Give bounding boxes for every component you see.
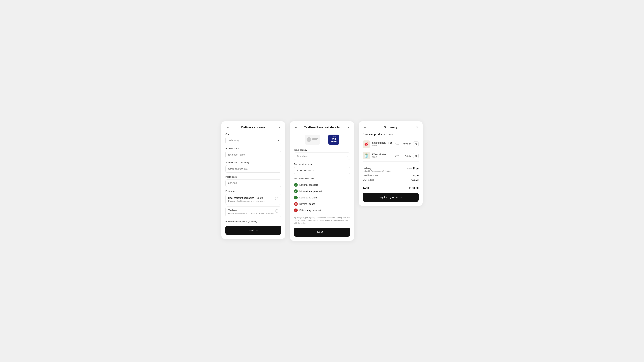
product-price: €9,90 [401, 154, 411, 157]
postal-label: Postal code [226, 176, 281, 178]
panel2-header: ← TaxFree Passport details × [290, 121, 354, 133]
heat-resistant-content: Heat-resistant packaging – €5,00 Packing… [228, 197, 265, 202]
issue-country-select-wrapper: Zimbabwe ▾ [294, 152, 350, 160]
issue-country-label: Issue country [294, 149, 350, 151]
delete-product-button[interactable]: 🗑 [413, 153, 418, 158]
pay-arrow-icon: → [400, 196, 402, 199]
back-icon: ← [226, 126, 229, 129]
product-name: Kökar Mustard [372, 153, 393, 156]
pay-button[interactable]: Pay for my order → [363, 193, 418, 202]
tax-line: TAX [332, 138, 336, 140]
delivery-price-group: €9,9 Free [407, 167, 418, 170]
doc-number-label: Document number [294, 163, 350, 165]
delivery-free-text: Free [413, 167, 418, 170]
heat-resistant-title: Heat-resistant packaging – €5,00 [228, 197, 265, 199]
back-icon-2: ← [295, 126, 298, 129]
vat-price: €26,73 [412, 178, 418, 181]
product-row: 🫙Kökar Mustard300G1×▾€9,90🗑 [363, 150, 418, 162]
shop-tax-free-badge: SHOP TAX FREE [328, 135, 339, 145]
product-price: €176,00 [401, 143, 411, 145]
total-row: Total €190,90 [363, 187, 418, 190]
close-icon-3: × [416, 126, 418, 129]
product-row: 🥩Smoked Bear Fillet400G1×▾€176,00🗑 [363, 138, 418, 150]
doc-name: National passport [299, 184, 318, 186]
taxfree-radio[interactable] [275, 209, 278, 213]
address1-group: Address line 1 [226, 147, 281, 158]
panel1-back-button[interactable]: ← [226, 125, 230, 130]
taxfree-content: TaxFree I'm not EU resident and I want t… [228, 209, 274, 215]
preferences-section: Preferences Heat-resistant packaging – €… [226, 190, 281, 217]
taxfree-card[interactable]: TaxFree I'm not EU resident and I want t… [226, 206, 281, 217]
passport-avatar [306, 137, 311, 142]
total-label: Total [363, 187, 369, 190]
arrow-right-icon: → [323, 138, 326, 141]
consent-text: By filling this, you agree your data to … [294, 216, 350, 225]
heat-resistant-desc: Packing of cold products in special boxe… [228, 200, 265, 202]
cold-box-label: Cold box price [363, 174, 378, 177]
city-select-wrapper: Select city ▾ [226, 137, 281, 144]
panel3-header: ← Summary × [359, 121, 422, 133]
product-qty[interactable]: 1×▾ [395, 155, 399, 157]
product-info: Smoked Bear Fillet400G [372, 141, 393, 147]
close-icon: × [279, 126, 281, 129]
passport-lines [312, 138, 318, 141]
back-icon-3: ← [364, 126, 366, 129]
product-image: 🥩 [363, 140, 370, 148]
panel3-back-button[interactable]: ← [363, 125, 367, 130]
panel2-next-button[interactable]: Next → [294, 228, 350, 237]
next-label-2: Next [317, 231, 323, 234]
delivery-row: Delivery Helsinki, Drenowska 3 3, 90-001… [363, 167, 418, 172]
delivery-label: Delivery [363, 167, 392, 170]
doc-name: National ID Card [299, 196, 317, 199]
heat-resistant-card[interactable]: Heat-resistant packaging – €5,00 Packing… [226, 194, 281, 205]
address2-input[interactable] [226, 165, 281, 173]
passport-line-3 [312, 141, 318, 141]
pay-label: Pay for my order [379, 196, 398, 199]
preferences-label: Preferences [226, 190, 281, 192]
panel2-back-button[interactable]: ← [294, 125, 298, 130]
panel2-close-button[interactable]: × [347, 125, 350, 130]
panel1-next-button[interactable]: Next → [226, 226, 281, 235]
trash-icon: 🗑 [415, 143, 417, 145]
passport-id-inner [305, 136, 320, 143]
doc-examples-label: Document examples [294, 177, 350, 180]
panel2-title: TaxFree Passport details [304, 126, 340, 129]
summary-panel: ← Summary × Choosed products 2 items 🥩Sm… [359, 121, 422, 206]
panel2-body: → SHOP TAX FREE Issue country Zimbabwe ▾… [290, 133, 354, 241]
next-label: Next [248, 229, 254, 232]
doc-example-item: ✓International passport [294, 188, 350, 194]
issue-country-group: Issue country Zimbabwe ▾ [294, 149, 350, 160]
taxfree-title: TaxFree [228, 209, 274, 212]
city-select[interactable]: Select city [226, 137, 281, 144]
panel3-title: Summary [384, 126, 398, 129]
delete-product-button[interactable]: 🗑 [413, 141, 418, 147]
taxfree-desc: I'm not EU resident and I want to receiv… [228, 212, 274, 215]
address1-input[interactable] [226, 151, 281, 158]
cold-box-price: €5,00 [413, 174, 418, 177]
x-icon: ✕ [294, 202, 298, 206]
chosen-products-title: Choosed products [363, 133, 385, 136]
passport-line-2 [312, 139, 317, 140]
panel1-header: ← Delivery address × [221, 121, 285, 133]
doc-name: Driver's license [299, 203, 315, 205]
shop-line: SHOP [332, 136, 336, 138]
postal-input[interactable] [226, 179, 281, 187]
doc-number-group: Document number [294, 163, 350, 174]
doc-examples-list: ✓National passport✓International passpor… [294, 182, 350, 214]
city-group: City Select city ▾ [226, 133, 281, 144]
vat-row: VAT (14%) €26,73 [363, 178, 418, 181]
doc-example-item: ✕Driver's license [294, 201, 350, 207]
panel1-close-button[interactable]: × [278, 125, 282, 130]
doc-name: International passport [299, 190, 322, 193]
delivery-info: Delivery Helsinki, Drenowska 3 3, 90-001 [363, 167, 392, 172]
cold-box-row: Cold box price €5,00 [363, 174, 418, 177]
heat-resistant-radio[interactable] [275, 197, 278, 200]
close-icon-2: × [348, 126, 349, 129]
issue-country-select[interactable]: Zimbabwe [294, 152, 350, 160]
chevron-down-icon-3: ▾ [398, 143, 399, 145]
panel1-body: City Select city ▾ Address line 1 Addres… [221, 133, 285, 239]
panel3-close-button[interactable]: × [416, 125, 418, 130]
product-qty[interactable]: 1×▾ [395, 143, 399, 145]
doc-number-input[interactable] [294, 167, 350, 174]
vat-label: VAT (14%) [363, 178, 374, 181]
